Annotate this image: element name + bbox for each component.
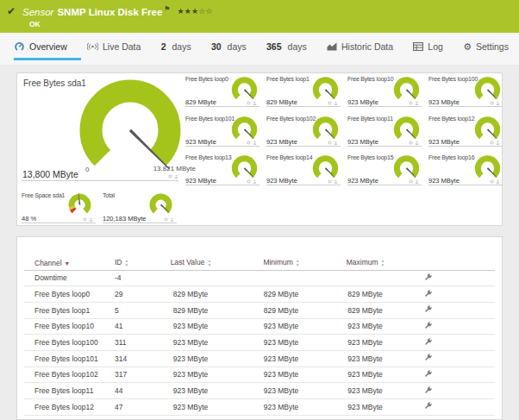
gauge-gear-icon[interactable] (328, 101, 332, 105)
column-header-last-value[interactable]: Last Value▴▾ (143, 256, 238, 270)
gauge-gear-icon[interactable] (328, 179, 332, 184)
gauge-gear-icon[interactable] (83, 217, 87, 222)
channel-settings-wrench-icon[interactable] (423, 307, 433, 316)
channel-settings-wrench-icon[interactable] (423, 372, 433, 380)
gauge-value: 923 MByte (347, 138, 378, 146)
gauge-channel-icon[interactable] (334, 179, 338, 184)
channel-settings-wrench-icon[interactable] (423, 291, 433, 300)
gauge-gear-icon[interactable] (247, 101, 251, 105)
channel-last-value: 923 MByte (143, 335, 238, 351)
channel-maximum: 923 MByte (324, 335, 406, 351)
gauge-gear-icon[interactable] (164, 217, 168, 222)
channel-row-free-bytes-loop12[interactable]: Free Bytes loop1247923 MByte923 MByte923… (24, 399, 495, 416)
gauge-channel-icon[interactable] (174, 174, 178, 179)
gauge-channel-icon[interactable] (334, 141, 338, 145)
gauge-channel-icon[interactable] (496, 141, 500, 145)
channel-settings-wrench-icon[interactable] (423, 323, 433, 332)
channel-settings-wrench-icon[interactable] (423, 275, 433, 284)
channel-last-value: 829 MByte (143, 286, 238, 303)
gauge-channel-icon[interactable] (170, 217, 174, 222)
channel-name[interactable]: Free Bytes loop10 (24, 318, 113, 335)
gauge-channel-icon[interactable] (415, 179, 419, 184)
gauge-gear-icon[interactable] (490, 101, 494, 105)
gauge-gear-icon[interactable] (490, 179, 494, 184)
gauge-gear-icon[interactable] (490, 141, 494, 145)
gauge-gear-icon[interactable] (247, 141, 251, 145)
gauge-value: 923 MByte (428, 177, 460, 185)
tab-days[interactable]: 365days (266, 41, 307, 52)
channel-name[interactable]: Downtime (24, 270, 113, 286)
channel-minimum: 923 MByte (238, 367, 324, 383)
channel-minimum (238, 270, 324, 286)
gauge-channel-icon[interactable] (415, 141, 419, 145)
gauge-gear-icon[interactable] (409, 101, 413, 105)
divider (266, 185, 341, 185)
channel-name[interactable]: Free Bytes loop11 (24, 383, 113, 399)
gauge-free-bytes-loop16: Free Bytes loop16923 MByte (428, 153, 503, 191)
gauge-channel-icon[interactable] (253, 101, 257, 105)
channel-last-value: 923 MByte (143, 350, 238, 367)
tab-settings[interactable]: ⚙Settings (463, 41, 509, 52)
sensor-header: ✔ SensorSNMP Linux Disk Free⚑★★★☆☆ OK (0, 0, 519, 33)
channel-settings-wrench-icon[interactable] (423, 388, 433, 397)
tab-overview[interactable]: Overview (14, 41, 67, 52)
channel-row-free-bytes-loop1[interactable]: Free Bytes loop15829 MByte829 MByte829 M… (24, 302, 495, 318)
gauge-gear-icon[interactable] (328, 141, 332, 145)
channel-minimum: 923 MByte (238, 383, 324, 399)
gauge-channel-icon[interactable] (496, 101, 500, 105)
divider (185, 106, 260, 107)
column-header-channel[interactable]: Channel▾ (24, 256, 113, 270)
channel-name[interactable]: Free Bytes loop100 (24, 335, 113, 351)
channel-settings-wrench-icon[interactable] (423, 355, 433, 364)
gauge-free-bytes-loop0: Free Bytes loop0829 MByte (185, 74, 260, 112)
tab-days[interactable]: 30days (211, 41, 247, 52)
gauge-channel-icon[interactable] (253, 141, 257, 145)
tab-historic-data[interactable]: Historic Data (327, 41, 393, 52)
channel-settings-wrench-icon[interactable] (423, 404, 433, 412)
channel-minimum: 829 MByte (238, 286, 324, 303)
channel-row-free-bytes-loop11[interactable]: Free Bytes loop1144923 MByte923 MByte923… (24, 383, 495, 399)
gauge-value: 829 MByte (185, 98, 216, 106)
column-header-minimum[interactable]: Minimum▴▾ (238, 256, 324, 270)
gauge-channel-icon[interactable] (415, 101, 419, 105)
channel-row-free-bytes-loop10[interactable]: Free Bytes loop1041923 MByte923 MByte923… (24, 318, 495, 335)
gauge-value: 923 MByte (428, 138, 460, 146)
gauge-gear-icon[interactable] (247, 179, 251, 184)
column-header-maximum[interactable]: Maximum▴▾ (324, 256, 406, 270)
channel-name[interactable]: Free Bytes loop102 (24, 367, 113, 383)
gauge-channel-icon[interactable] (334, 101, 338, 105)
priority-stars[interactable]: ★★★☆☆ (177, 7, 212, 16)
channel-maximum: 829 MByte (324, 286, 406, 303)
channel-settings-wrench-icon[interactable] (423, 340, 433, 348)
channel-minimum: 923 MByte (238, 318, 324, 335)
channel-row-free-bytes-loop0[interactable]: Free Bytes loop029829 MByte829 MByte829 … (24, 286, 495, 303)
log-icon (413, 42, 423, 51)
settings-gear-icon: ⚙ (463, 42, 472, 51)
channel-row-free-bytes-loop100[interactable]: Free Bytes loop100311923 MByte923 MByte9… (24, 335, 495, 351)
column-header-id[interactable]: ID▴▾ (113, 256, 143, 270)
channel-name[interactable]: Free Bytes loop0 (24, 286, 113, 303)
channel-name[interactable]: Free Bytes loop101 (24, 350, 113, 367)
divider (266, 106, 341, 107)
sort-icon: ▴▾ (126, 259, 128, 267)
gauge-gear-icon[interactable] (409, 179, 413, 184)
gauge-free-bytes-loop11: Free Bytes loop11923 MByte (347, 114, 422, 152)
tab-live-data[interactable]: Live Data (87, 41, 141, 52)
gauge-gear-icon[interactable] (409, 141, 413, 145)
channel-row-free-bytes-loop101[interactable]: Free Bytes loop101314923 MByte923 MByte9… (24, 350, 495, 367)
tab-log[interactable]: Log (413, 41, 443, 52)
channel-row-free-bytes-loop102[interactable]: Free Bytes loop102317923 MByte923 MByte9… (24, 367, 495, 383)
gauge-channel-icon[interactable] (89, 217, 93, 222)
gauge-channel-icon[interactable] (496, 179, 500, 184)
channel-name[interactable]: Free Bytes loop12 (24, 399, 113, 416)
channel-name[interactable]: Free Bytes loop1 (24, 302, 113, 318)
channel-id: 41 (113, 318, 143, 335)
divider (428, 106, 503, 107)
gauge-gear-icon[interactable] (168, 174, 172, 179)
tab-days[interactable]: 2days (161, 41, 191, 52)
gauge-channel-icon[interactable] (253, 179, 257, 184)
channel-id: 29 (113, 286, 143, 303)
channel-id: 47 (113, 399, 143, 416)
channel-row-downtime[interactable]: Downtime-4 (24, 270, 495, 286)
gauge-title: Free Bytes loop100 (428, 76, 478, 82)
